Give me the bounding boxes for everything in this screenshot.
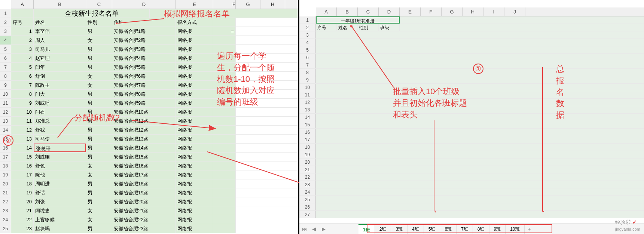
cell[interactable] bbox=[316, 46, 644, 53]
right-grid[interactable]: 1一年级1班花名册2序号姓名性别班级3456789101112131415161… bbox=[299, 16, 644, 218]
cell[interactable]: 安徽省合肥16路 bbox=[112, 161, 176, 170]
row-header[interactable]: 6 bbox=[299, 54, 316, 61]
row-header[interactable]: 6 bbox=[0, 54, 11, 62]
col-header[interactable]: D bbox=[379, 7, 400, 16]
cell[interactable]: 女 bbox=[86, 206, 112, 215]
row-header[interactable]: 19 bbox=[0, 170, 11, 179]
cell[interactable]: 安徽省合肥17路 bbox=[112, 170, 176, 179]
col-header[interactable]: B bbox=[34, 0, 86, 9]
row-header[interactable]: 8 bbox=[299, 69, 316, 76]
cell[interactable] bbox=[316, 136, 644, 143]
cell-name[interactable]: 郑准总 bbox=[34, 117, 86, 125]
row-header[interactable]: 10 bbox=[0, 90, 11, 98]
row-header[interactable]: 2 bbox=[0, 18, 11, 27]
row-header[interactable]: 12 bbox=[299, 99, 316, 106]
cell[interactable]: 23 bbox=[11, 224, 34, 233]
cell[interactable] bbox=[213, 135, 236, 143]
col-header[interactable]: G bbox=[236, 0, 260, 9]
cell[interactable]: 女 bbox=[86, 81, 112, 89]
cell-name[interactable]: 舒我 bbox=[34, 126, 86, 134]
cell-name[interactable]: 陈敌主 bbox=[34, 81, 86, 89]
cell[interactable] bbox=[316, 31, 644, 39]
cell-name[interactable]: 张总哥 bbox=[34, 144, 86, 152]
cell[interactable]: 班级 bbox=[379, 24, 400, 31]
cell[interactable]: 安徽省合肥1路 bbox=[112, 27, 176, 36]
cell[interactable]: 2 bbox=[11, 36, 34, 44]
row-header[interactable]: 18 bbox=[299, 144, 316, 151]
cell[interactable]: 网络报 bbox=[176, 99, 213, 107]
cell[interactable] bbox=[213, 170, 236, 179]
cell[interactable]: 姓名 bbox=[34, 18, 86, 27]
cell-name[interactable]: 闫大 bbox=[34, 90, 86, 98]
cell[interactable] bbox=[213, 81, 236, 89]
cell[interactable]: 安徽省合肥19路 bbox=[112, 188, 176, 197]
tab-nav-next[interactable]: ▶ bbox=[319, 224, 329, 234]
cell[interactable]: 报名方式 bbox=[176, 18, 213, 27]
cell[interactable] bbox=[213, 206, 236, 215]
row-header[interactable]: 17 bbox=[299, 136, 316, 143]
cell[interactable]: 安徽省合肥5路 bbox=[112, 63, 176, 71]
cell[interactable]: 3 bbox=[11, 45, 34, 53]
cell[interactable] bbox=[213, 188, 236, 197]
cell[interactable]: 男 bbox=[86, 224, 112, 233]
row-header[interactable]: 24 bbox=[299, 188, 316, 195]
row-header[interactable]: 19 bbox=[299, 151, 316, 158]
row-header[interactable]: 25 bbox=[299, 196, 316, 203]
cell-name[interactable]: 闫年 bbox=[34, 63, 86, 71]
cell-name[interactable]: 闫啦史 bbox=[34, 206, 86, 215]
cell[interactable]: 网络报 bbox=[176, 188, 213, 197]
cell-name[interactable]: 赵块吗 bbox=[34, 224, 86, 233]
row-header[interactable]: 1 bbox=[299, 16, 316, 24]
cell[interactable] bbox=[400, 16, 644, 24]
cell-name[interactable]: 周明进 bbox=[34, 179, 86, 188]
cell[interactable] bbox=[316, 196, 644, 203]
row-header[interactable]: 9 bbox=[0, 81, 11, 89]
cell[interactable] bbox=[316, 166, 644, 173]
cell[interactable]: 网络报 bbox=[176, 63, 213, 71]
cell[interactable]: 女 bbox=[86, 215, 112, 224]
cell[interactable]: 女 bbox=[86, 170, 112, 179]
cell[interactable]: 男 bbox=[86, 45, 112, 53]
cell[interactable]: 13 bbox=[11, 135, 34, 143]
cell[interactable]: 男 bbox=[86, 27, 112, 36]
cell[interactable]: 12 bbox=[11, 126, 34, 134]
cell-name[interactable]: 舒话 bbox=[34, 188, 86, 197]
row-header[interactable]: 22 bbox=[299, 173, 316, 181]
cell[interactable] bbox=[213, 54, 236, 62]
cell-name[interactable]: 刘张 bbox=[34, 197, 86, 206]
cell[interactable]: 网络报 bbox=[176, 108, 213, 116]
cell[interactable] bbox=[213, 90, 236, 98]
col-header[interactable]: B bbox=[337, 7, 358, 16]
cell[interactable]: 网络报 bbox=[176, 27, 213, 36]
cell[interactable]: 10 bbox=[11, 108, 34, 116]
cell[interactable]: 安徽省合肥22路 bbox=[112, 215, 176, 224]
cell[interactable]: 网络报 bbox=[176, 81, 213, 89]
row-header[interactable]: 14 bbox=[0, 126, 11, 134]
cell[interactable]: = bbox=[213, 27, 236, 36]
title-cell[interactable]: 全校新生报名名单 bbox=[34, 9, 150, 18]
cell[interactable]: 网络报 bbox=[176, 153, 213, 161]
col-header[interactable]: I bbox=[483, 7, 504, 16]
cell[interactable] bbox=[316, 114, 644, 121]
row-header[interactable]: 7 bbox=[0, 63, 11, 71]
row-header[interactable]: 15 bbox=[299, 121, 316, 128]
cell[interactable]: 网络报 bbox=[176, 144, 213, 152]
cell[interactable]: 网络报 bbox=[176, 90, 213, 98]
cell[interactable]: 男 bbox=[86, 117, 112, 125]
row-header[interactable]: 21 bbox=[0, 188, 11, 197]
cell[interactable]: 8 bbox=[11, 90, 34, 98]
col-header[interactable]: F bbox=[213, 0, 236, 9]
row-header[interactable]: 4 bbox=[0, 36, 11, 44]
cell[interactable]: 16 bbox=[11, 161, 34, 170]
cell[interactable] bbox=[213, 153, 236, 161]
cell[interactable]: 安徽省合肥4路 bbox=[112, 54, 176, 62]
row-header[interactable]: 4 bbox=[299, 39, 316, 46]
cell[interactable] bbox=[213, 36, 236, 44]
cell-name[interactable]: 舒色 bbox=[34, 161, 86, 170]
cell[interactable]: 安徽省合肥15路 bbox=[112, 153, 176, 161]
col-header[interactable]: E bbox=[176, 0, 213, 9]
cell[interactable]: 安徽省合肥23路 bbox=[112, 224, 176, 233]
cell-name[interactable]: 上官够候 bbox=[34, 215, 86, 224]
row-header[interactable]: 5 bbox=[0, 45, 11, 53]
row-header[interactable]: 27 bbox=[299, 211, 316, 218]
